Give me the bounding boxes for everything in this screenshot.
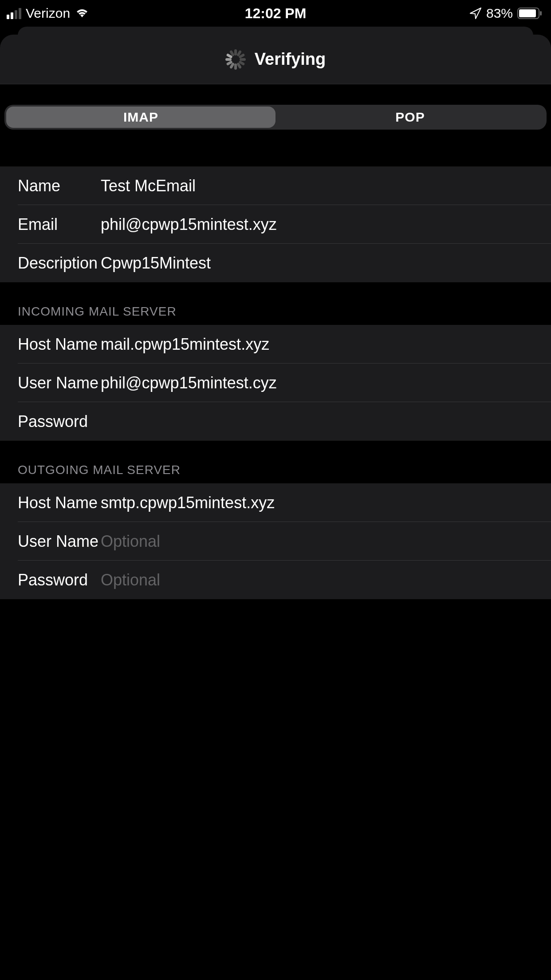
status-left: Verizon bbox=[7, 6, 90, 21]
incoming-user-row: User Name bbox=[0, 364, 551, 402]
battery-percent: 83% bbox=[486, 6, 513, 21]
modal-card: Verifying IMAP POP Name Email Descriptio… bbox=[0, 35, 551, 688]
nav-header: Verifying bbox=[0, 35, 551, 84]
name-row: Name bbox=[0, 166, 551, 205]
battery-icon bbox=[517, 7, 542, 20]
outgoing-password-label: Password bbox=[18, 571, 101, 589]
svg-rect-2 bbox=[540, 11, 542, 16]
segment-imap[interactable]: IMAP bbox=[6, 107, 276, 128]
incoming-host-row: Host Name bbox=[0, 325, 551, 364]
segment-area: IMAP POP bbox=[0, 84, 551, 136]
carrier-label: Verizon bbox=[26, 6, 70, 21]
account-info-group: Name Email Description bbox=[0, 166, 551, 282]
wifi-icon bbox=[75, 8, 90, 19]
nav-title: Verifying bbox=[255, 50, 326, 69]
status-right: 83% bbox=[469, 6, 542, 21]
name-label: Name bbox=[18, 177, 101, 195]
description-row: Description bbox=[0, 244, 551, 282]
svg-rect-1 bbox=[519, 9, 536, 17]
incoming-password-input[interactable] bbox=[101, 412, 533, 431]
incoming-user-label: User Name bbox=[18, 374, 101, 392]
outgoing-password-row: Password bbox=[0, 561, 551, 599]
email-label: Email bbox=[18, 215, 101, 234]
card-stack-back bbox=[18, 27, 533, 36]
location-icon bbox=[469, 7, 482, 20]
incoming-host-input[interactable] bbox=[101, 335, 533, 354]
email-row: Email bbox=[0, 205, 551, 244]
email-input[interactable] bbox=[101, 215, 533, 234]
incoming-user-input[interactable] bbox=[101, 374, 533, 392]
incoming-server-group: Host Name User Name Password bbox=[0, 325, 551, 441]
incoming-password-row: Password bbox=[0, 402, 551, 441]
outgoing-user-label: User Name bbox=[18, 532, 101, 551]
incoming-section-header: INCOMING MAIL SERVER bbox=[0, 282, 551, 325]
spinner-icon bbox=[225, 49, 246, 70]
outgoing-section-header: OUTGOING MAIL SERVER bbox=[0, 441, 551, 483]
incoming-host-label: Host Name bbox=[18, 335, 101, 354]
outgoing-host-label: Host Name bbox=[18, 494, 101, 512]
outgoing-password-input[interactable] bbox=[101, 571, 533, 589]
incoming-password-label: Password bbox=[18, 412, 101, 431]
status-bar: Verizon 12:02 PM 83% bbox=[0, 0, 551, 27]
outgoing-host-input[interactable] bbox=[101, 494, 533, 512]
description-label: Description bbox=[18, 254, 101, 273]
spacer bbox=[0, 136, 551, 166]
protocol-segmented-control: IMAP POP bbox=[4, 105, 547, 130]
outgoing-user-row: User Name bbox=[0, 522, 551, 561]
cellular-signal-icon bbox=[7, 8, 21, 19]
outgoing-host-row: Host Name bbox=[0, 483, 551, 522]
bottom-spacer bbox=[0, 599, 551, 688]
name-input[interactable] bbox=[101, 177, 533, 195]
outgoing-user-input[interactable] bbox=[101, 532, 533, 551]
clock: 12:02 PM bbox=[245, 5, 307, 22]
outgoing-server-group: Host Name User Name Password bbox=[0, 483, 551, 599]
segment-pop[interactable]: POP bbox=[276, 107, 545, 128]
description-input[interactable] bbox=[101, 254, 533, 273]
